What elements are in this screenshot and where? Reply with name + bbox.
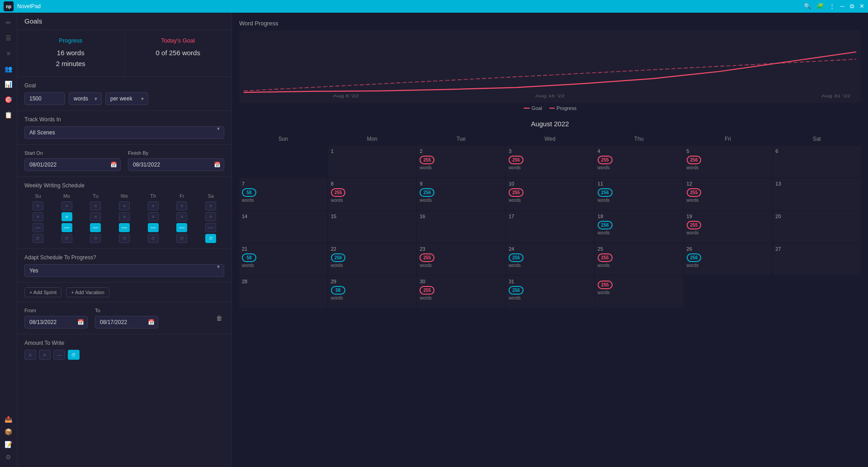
sa-low-btn[interactable]: — (205, 223, 216, 232)
chart-title: Word Progress (239, 20, 861, 27)
close-icon[interactable]: ✕ (859, 3, 864, 10)
from-date-input[interactable] (24, 316, 88, 329)
goal-input[interactable] (24, 92, 65, 105)
sidebar-item-write[interactable]: ✏ (2, 16, 15, 29)
amount-high-btn[interactable]: ≡ (24, 350, 36, 360)
sidebar-item-settings[interactable]: ⚙ (2, 451, 15, 463)
cal-cell-26: 26 256 words (684, 243, 772, 275)
mo-low-btn[interactable]: — (61, 223, 72, 232)
to-label: To (95, 308, 158, 313)
mo-clock-btn[interactable]: ⏱ (61, 234, 72, 243)
start-date-input[interactable] (24, 158, 121, 171)
sidebar-item-list[interactable]: ☰ (2, 32, 15, 44)
th-high-btn[interactable]: ≡ (148, 201, 159, 210)
day-fr: Fr (179, 193, 184, 199)
cal-cell-13: 13 (773, 178, 861, 210)
mo-mid-btn[interactable]: ≡ (61, 212, 72, 221)
cal-cell-25: 25 255 words (595, 243, 683, 275)
more-icon[interactable]: ⋮ (829, 3, 835, 10)
restore-icon[interactable]: ⧉ (850, 3, 854, 10)
su-low-btn[interactable]: — (33, 223, 43, 232)
progress-legend-label: Progress (557, 105, 576, 111)
sidebar-item-stats[interactable]: 📊 (2, 78, 15, 91)
fr-mid-btn[interactable]: ≡ (176, 212, 187, 221)
calendar-title: August 2022 (239, 120, 861, 128)
titlebar: np NovelPad 🔍 🧩 ⋮ ─ ⧉ ✕ (0, 0, 868, 13)
search-icon[interactable]: 🔍 (804, 3, 811, 10)
sidebar-item-users[interactable]: 👥 (2, 62, 15, 75)
minimize-icon[interactable]: ─ (840, 3, 844, 10)
th-low-btn[interactable]: — (148, 223, 159, 232)
cal-cell-20: 20 (773, 211, 861, 243)
page-title: Goals (17, 13, 231, 30)
sidebar-item-plugins[interactable]: 📦 (2, 425, 15, 438)
tu-low-btn[interactable]: — (90, 223, 101, 232)
day-su: Su (35, 193, 41, 199)
we-mid-btn[interactable]: ≡ (119, 212, 130, 221)
svg-text:Aug 8 '22: Aug 8 '22 (333, 93, 359, 98)
th-clock-btn[interactable]: ⏱ (148, 234, 159, 243)
sidebar-item-goals[interactable]: 🎯 (2, 93, 15, 106)
from-label: From (24, 308, 88, 313)
extensions-icon[interactable]: 🧩 (816, 3, 824, 10)
goal-period-select[interactable]: per week per day per month (105, 92, 148, 105)
sa-high-btn[interactable]: ≡ (205, 201, 216, 210)
goal-legend-label: Goal (532, 105, 542, 111)
cal-cell-5: 5 256 words (684, 146, 772, 177)
sa-clock-btn[interactable]: ⏱ (205, 234, 216, 243)
sidebar-item-export[interactable]: 📤 (2, 413, 15, 425)
to-date-input[interactable] (95, 316, 158, 329)
su-high-btn[interactable]: ≡ (33, 201, 43, 210)
cal-cell-15: 15 (328, 211, 416, 243)
add-vacation-button[interactable]: + Add Vacation (66, 287, 109, 297)
day-we: We (121, 193, 128, 199)
sa-mid-btn[interactable]: ≡ (205, 212, 216, 221)
th-mid-btn[interactable]: ≡ (148, 212, 159, 221)
amount-mid-btn[interactable]: ≡ (39, 350, 51, 360)
fr-low-btn[interactable]: — (176, 223, 187, 232)
sidebar-item-edit[interactable]: 📝 (2, 438, 15, 451)
adapt-select[interactable]: Yes No (24, 264, 224, 277)
mo-high-btn[interactable]: ≡ (61, 201, 72, 210)
goal-legend: Goal (524, 105, 542, 111)
we-high-btn[interactable]: ≡ (119, 201, 130, 210)
cal-empty-end2 (773, 276, 861, 308)
sidebar: ✏ ☰ ≡ 👥 📊 🎯 📋 📤 📦 📝 ⚙ (0, 13, 17, 467)
day-mo: Mo (63, 193, 70, 199)
amount-low-btn[interactable]: — (53, 350, 65, 360)
goal-section: Goal words pages ▼ per week per day (17, 77, 231, 111)
amount-clock-btn[interactable]: ⏱ (68, 350, 80, 360)
cal-header-fri: Fri (684, 133, 772, 145)
cal-cell-24: 24 256 words (506, 243, 594, 275)
goal-label: Goal (24, 82, 224, 89)
we-clock-btn[interactable]: ⏱ (119, 234, 130, 243)
app-logo: np (4, 1, 14, 11)
chart-container: Aug 8 '22 Aug 16 '22 Aug 31 '22 (239, 30, 861, 103)
cal-header-tue: Tue (417, 133, 505, 145)
add-sprint-button[interactable]: + Add Sprint (24, 287, 61, 297)
track-words-label: Track Words In (24, 116, 224, 123)
tu-clock-btn[interactable]: ⏱ (90, 234, 101, 243)
day-tu: Tu (93, 193, 98, 199)
sidebar-item-menu[interactable]: ≡ (2, 47, 15, 60)
su-mid-btn[interactable]: ≡ (33, 212, 43, 221)
cal-empty-end1 (684, 276, 772, 308)
start-on-label: Start On (24, 150, 121, 156)
tu-high-btn[interactable]: ≡ (90, 201, 101, 210)
sidebar-item-notes[interactable]: 📋 (2, 109, 15, 121)
fr-clock-btn[interactable]: ⏱ (176, 234, 187, 243)
goal-unit-select[interactable]: words pages (69, 92, 102, 105)
su-clock-btn[interactable]: ⏱ (33, 234, 43, 243)
cal-cell-aug-31-wed: 255 words (595, 276, 683, 308)
cal-cell-3: 3 256 words (506, 146, 594, 177)
todays-goal-value: 0 of 256 words (132, 48, 225, 58)
finish-date-input[interactable] (128, 158, 224, 171)
delete-sprint-button[interactable]: 🗑 (214, 313, 224, 324)
track-words-select[interactable]: All Scenes Current Scene (24, 126, 224, 139)
cal-header-thu: Thu (595, 133, 683, 145)
right-panel: Word Progress Aug 8 '22 Aug 16 '22 Aug 3… (232, 13, 868, 467)
fr-high-btn[interactable]: ≡ (176, 201, 187, 210)
tu-mid-btn[interactable]: ≡ (90, 212, 101, 221)
adapt-label: Adapt Schedule To Progress? (24, 254, 224, 261)
we-low-btn[interactable]: — (119, 223, 130, 232)
